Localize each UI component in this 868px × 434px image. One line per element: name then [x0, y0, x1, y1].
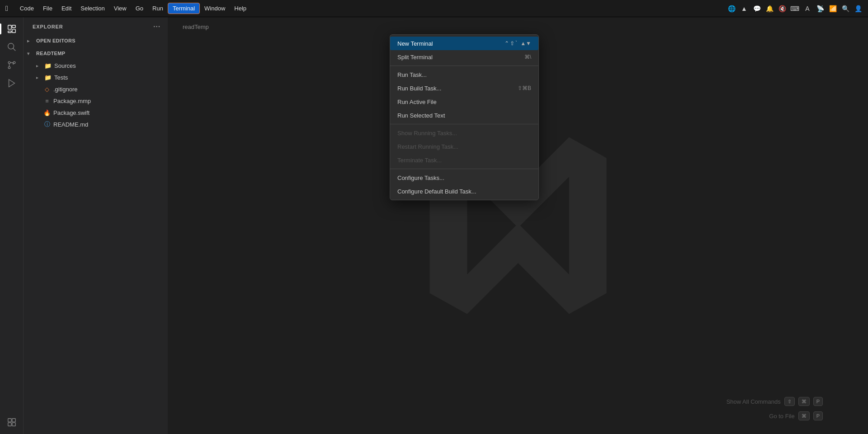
svg-rect-10 — [8, 419, 11, 422]
icon-keyboard[interactable]: ⌨ — [790, 4, 799, 13]
activity-source-control[interactable] — [4, 57, 20, 73]
show-running-tasks-label: Show Running Tasks... — [397, 130, 457, 137]
tree-item-package-swift[interactable]: 🔥 Package.swift — [24, 107, 168, 118]
run-build-task-label: Run Build Task... — [397, 85, 441, 92]
menu-run[interactable]: Run — [148, 3, 168, 14]
icon-wifi[interactable]: 📶 — [828, 4, 837, 13]
editor-title: readTemp — [183, 24, 209, 30]
activity-extensions[interactable] — [4, 414, 20, 430]
restart-running-task-label: Restart Running Task... — [397, 143, 458, 150]
new-terminal-key3: ` — [515, 40, 517, 47]
readme-label: README.md — [53, 121, 88, 128]
menu-split-terminal[interactable]: Split Terminal ⌘\ — [390, 50, 538, 64]
menu-help[interactable]: Help — [230, 3, 251, 14]
icon-mute[interactable]: 🔇 — [778, 4, 787, 13]
menu-run-task[interactable]: Run Task... — [390, 68, 538, 81]
hint-show-commands: Show All Commands ⇧ ⌘ P — [726, 397, 823, 406]
icon-globe[interactable]: 🌐 — [727, 4, 736, 13]
tree-item-tests[interactable]: ▸ 📁 Tests — [24, 71, 168, 83]
explorer-label: EXPLORER — [33, 24, 63, 29]
menu-show-running-tasks: Show Running Tasks... — [390, 126, 538, 140]
menu-restart-running-task: Restart Running Task... — [390, 140, 538, 153]
hint-goto-file-label: Go to File — [769, 413, 794, 420]
svg-rect-12 — [8, 423, 11, 426]
svg-rect-2 — [12, 29, 15, 33]
main-layout: EXPLORER ··· ▸ OPEN EDITORS ▾ READTEMP ▸… — [0, 17, 868, 434]
hint-p-key2: P — [813, 411, 823, 420]
tree-item-gitignore[interactable]: ◇ .gitignore — [24, 83, 168, 95]
menu-run-build-task[interactable]: Run Build Task... ⇧⌘B — [390, 81, 538, 95]
icon-font[interactable]: A — [803, 4, 812, 13]
menu-window[interactable]: Window — [200, 3, 230, 14]
divider-1 — [390, 66, 538, 66]
svg-line-5 — [13, 48, 15, 51]
hint-show-commands-label: Show All Commands — [726, 398, 781, 405]
explorer-more[interactable]: ··· — [153, 23, 160, 31]
svg-point-6 — [8, 61, 10, 64]
icon-airplay[interactable]: 📡 — [816, 4, 825, 13]
menu-run-selected-text[interactable]: Run Selected Text — [390, 108, 538, 122]
icon-bell[interactable]: 🔔 — [765, 4, 774, 13]
apple-menu[interactable]:  — [5, 5, 8, 13]
menu-configure-tasks[interactable]: Configure Tasks... — [390, 171, 538, 184]
configure-default-build-task-label: Configure Default Build Task... — [397, 188, 476, 195]
package-mmp-label: Package.mmp — [53, 98, 91, 104]
activity-run-debug[interactable] — [4, 75, 20, 91]
hint-cmd-key2: ⌘ — [798, 411, 810, 420]
menu-new-terminal[interactable]: New Terminal ⌃ ⇧ ` ▲▼ — [390, 37, 538, 50]
new-terminal-key2: ⇧ — [510, 40, 514, 47]
gitignore-icon: ◇ — [43, 86, 51, 93]
menu-run-active-file[interactable]: Run Active File — [390, 95, 538, 108]
open-editors-chevron: ▸ — [27, 38, 34, 43]
menubar:  Code File Edit Selection View Go Run T… — [0, 0, 868, 17]
svg-rect-3 — [8, 31, 11, 33]
menu-terminal[interactable]: Terminal — [168, 3, 200, 14]
menu-configure-default-build-task[interactable]: Configure Default Build Task... — [390, 184, 538, 198]
menu-file[interactable]: File — [38, 3, 57, 14]
nav-icons: ▲▼ — [520, 40, 531, 47]
svg-marker-9 — [9, 80, 14, 87]
tree-item-sources[interactable]: ▸ 📁 Sources — [24, 60, 168, 71]
activity-bar — [0, 17, 24, 434]
menu-edit[interactable]: Edit — [57, 3, 76, 14]
sources-label: Sources — [54, 62, 76, 69]
menu-view[interactable]: View — [109, 3, 131, 14]
new-terminal-key1: ⌃ — [505, 40, 509, 47]
icon-delta[interactable]: ▲ — [740, 4, 749, 13]
swift-icon: 🔥 — [43, 109, 51, 116]
svg-rect-13 — [12, 423, 15, 426]
configure-tasks-label: Configure Tasks... — [397, 175, 444, 181]
terminal-dropdown: New Terminal ⌃ ⇧ ` ▲▼ Split Terminal ⌘\ … — [390, 34, 539, 200]
menu-terminate-task: Terminate Task... — [390, 153, 538, 167]
run-task-label: Run Task... — [397, 71, 427, 78]
split-terminal-label: Split Terminal — [397, 54, 433, 61]
editor-area: readTemp Show All Commands ⇧ ⌘ P Go to F… — [168, 17, 868, 434]
svg-rect-0 — [8, 25, 11, 29]
readtemp-section-header[interactable]: ▾ READTEMP — [24, 47, 168, 60]
hint-goto-file: Go to File ⌘ P — [769, 411, 823, 420]
hint-shift-key: ⇧ — [784, 397, 795, 406]
icon-search[interactable]: 🔍 — [841, 4, 850, 13]
tree-item-package-mmp[interactable]: ≡ Package.mmp — [24, 95, 168, 107]
menu-go[interactable]: Go — [131, 3, 148, 14]
mmp-icon: ≡ — [43, 98, 51, 104]
activity-search[interactable] — [4, 39, 20, 55]
folder-icon: 📁 — [44, 62, 52, 69]
new-terminal-label: New Terminal — [397, 40, 433, 47]
tests-folder-icon: 📁 — [44, 74, 52, 81]
sidebar: EXPLORER ··· ▸ OPEN EDITORS ▾ READTEMP ▸… — [24, 17, 168, 434]
menu-code[interactable]: Code — [15, 3, 38, 14]
menu-selection[interactable]: Selection — [76, 3, 109, 14]
tests-chevron: ▸ — [36, 75, 43, 80]
terminate-task-label: Terminate Task... — [397, 157, 442, 164]
tree-item-readme[interactable]: ⓘ README.md — [24, 118, 168, 130]
explorer-header: EXPLORER ··· — [24, 17, 168, 34]
open-editors-header[interactable]: ▸ OPEN EDITORS — [24, 34, 168, 47]
icon-person[interactable]: 👤 — [854, 4, 863, 13]
readtemp-chevron: ▾ — [27, 51, 34, 56]
open-editors-label: OPEN EDITORS — [36, 38, 75, 43]
icon-wechat[interactable]: 💬 — [752, 4, 761, 13]
readtemp-label: READTEMP — [36, 51, 65, 56]
menubar-right-icons: 🌐 ▲ 💬 🔔 🔇 ⌨ A 📡 📶 🔍 👤 — [727, 4, 863, 13]
activity-files[interactable] — [4, 21, 20, 37]
